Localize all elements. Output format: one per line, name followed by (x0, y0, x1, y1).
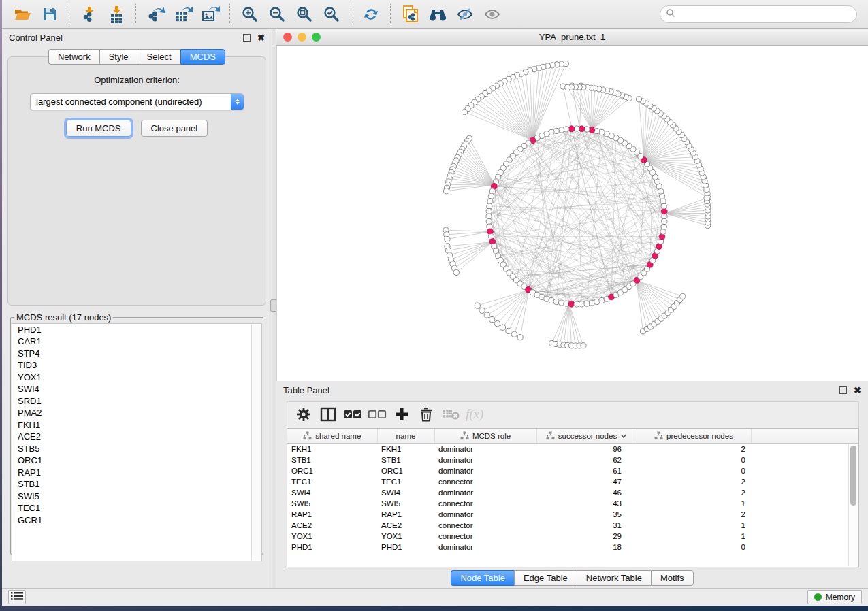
table-row[interactable]: FKH1FKH1dominator962 (287, 444, 858, 455)
table-vertical-scrollbar[interactable] (848, 444, 858, 566)
zoom-selected-button[interactable] (318, 3, 345, 26)
mcds-result-item[interactable]: FKH1 (12, 419, 261, 431)
tab-select[interactable]: Select (138, 49, 180, 65)
zoom-fit-button[interactable] (291, 3, 318, 26)
apply-layout-button[interactable] (357, 3, 385, 26)
column-header-name[interactable]: name (377, 429, 434, 444)
cell-predecessor-nodes[interactable]: 1 (637, 531, 751, 542)
mcds-result-item[interactable]: STB5 (12, 443, 261, 455)
optimization-criterion-select[interactable]: largest connected component (undirected) (30, 93, 244, 110)
show-hidden-button[interactable] (479, 3, 506, 26)
cell-predecessor-nodes[interactable]: 2 (637, 476, 751, 487)
control-panel-float-button[interactable] (243, 34, 251, 42)
cell-MCDS-role[interactable]: dominator (434, 444, 536, 455)
search-input[interactable] (679, 9, 851, 20)
cell-shared-name[interactable]: ORC1 (287, 465, 377, 476)
cell-name[interactable]: SWI5 (377, 498, 434, 509)
mcds-result-item[interactable]: ORC1 (12, 455, 261, 467)
cell-predecessor-nodes[interactable]: 1 (637, 520, 751, 531)
column-header-predecessor-nodes[interactable]: predecessor nodes (637, 429, 751, 444)
open-file-button[interactable] (9, 3, 36, 26)
memory-button[interactable]: Memory (807, 590, 862, 604)
mcds-result-item[interactable]: PMA2 (12, 408, 261, 420)
mcds-result-item[interactable]: TEC1 (12, 503, 261, 515)
cell-shared-name[interactable]: FKH1 (287, 444, 377, 455)
cell-name[interactable]: ACE2 (377, 520, 434, 531)
cell-successor-nodes[interactable]: 18 (536, 542, 637, 552)
tab-network-table[interactable]: Network Table (577, 570, 651, 586)
cell-successor-nodes[interactable]: 31 (536, 520, 637, 531)
import-table-button[interactable] (103, 3, 130, 26)
export-network-button[interactable] (142, 3, 170, 26)
mcds-result-item[interactable]: YOX1 (12, 371, 261, 384)
network-graph[interactable] (277, 46, 867, 381)
task-history-button[interactable] (8, 590, 26, 604)
mcds-result-item[interactable]: STP4 (12, 348, 261, 360)
deselect-all-button[interactable] (366, 405, 388, 425)
cell-predecessor-nodes[interactable]: 0 (637, 542, 751, 552)
cell-name[interactable]: TEC1 (377, 476, 434, 487)
cell-successor-nodes[interactable]: 96 (536, 444, 637, 455)
cell-name[interactable]: FKH1 (377, 444, 434, 455)
mcds-result-item[interactable]: CAR1 (12, 336, 261, 348)
cell-predecessor-nodes[interactable]: 2 (637, 487, 751, 498)
window-minimize-button[interactable] (298, 33, 306, 42)
cell-successor-nodes[interactable]: 47 (536, 476, 637, 487)
table-row[interactable]: STB1STB1dominator620 (287, 455, 858, 465)
table-row[interactable]: ACE2ACE2connector311 (287, 520, 858, 531)
cell-shared-name[interactable]: ACE2 (287, 520, 377, 531)
column-header-successor-nodes[interactable]: successor nodes (536, 429, 637, 444)
cell-shared-name[interactable]: STB1 (287, 455, 377, 465)
add-column-button[interactable] (391, 405, 413, 425)
cell-MCDS-role[interactable]: dominator (434, 509, 536, 520)
table-row[interactable]: RAP1RAP1dominator352 (287, 509, 858, 520)
tab-style[interactable]: Style (99, 49, 138, 65)
mcds-result-item[interactable]: SRD1 (12, 395, 261, 408)
mcds-result-list[interactable]: PHD1CAR1STP4TID3YOX1SWI4SRD1PMA2FKH1ACE2… (12, 323, 262, 561)
mcds-result-item[interactable]: TID3 (12, 360, 261, 372)
cell-name[interactable]: YOX1 (377, 531, 434, 542)
cell-successor-nodes[interactable]: 62 (536, 455, 637, 465)
cell-shared-name[interactable]: SWI5 (287, 498, 377, 509)
window-close-button[interactable] (283, 33, 292, 42)
clone-network-button[interactable] (397, 3, 424, 26)
scrollbar-thumb[interactable] (850, 446, 856, 506)
mcds-result-item[interactable]: ACE2 (12, 431, 261, 444)
tab-mcds[interactable]: MCDS (180, 49, 225, 65)
cell-shared-name[interactable]: TEC1 (287, 476, 377, 487)
mcds-result-item[interactable]: PHD1 (12, 324, 261, 336)
table-row[interactable]: SWI4SWI4dominator462 (287, 487, 858, 498)
import-network-button[interactable] (76, 3, 103, 26)
cell-predecessor-nodes[interactable]: 1 (637, 498, 751, 509)
delete-column-button[interactable] (415, 405, 437, 425)
cell-name[interactable]: ORC1 (377, 465, 434, 476)
control-panel-close-button[interactable]: ✖ (257, 35, 265, 41)
hide-selected-button[interactable] (451, 3, 479, 26)
tab-motifs[interactable]: Motifs (651, 570, 694, 586)
cell-MCDS-role[interactable]: connector (434, 476, 536, 487)
cell-name[interactable]: RAP1 (377, 509, 434, 520)
cell-name[interactable]: STB1 (377, 455, 434, 465)
cell-MCDS-role[interactable]: dominator (434, 542, 536, 552)
mcds-result-item[interactable]: STB1 (12, 479, 261, 491)
cell-predecessor-nodes[interactable]: 2 (637, 509, 751, 520)
tab-network[interactable]: Network (48, 49, 99, 65)
mcds-list-scrollbar[interactable] (251, 325, 261, 560)
table-panel-close-button[interactable]: ✖ (854, 387, 861, 393)
column-header-shared-name[interactable]: shared name (287, 429, 377, 444)
table-row[interactable]: PHD1PHD1dominator180 (287, 542, 858, 552)
table-row[interactable]: ORC1ORC1dominator610 (287, 465, 858, 476)
mcds-result-item[interactable]: RAP1 (12, 467, 261, 479)
mcds-result-item[interactable]: SWI5 (12, 491, 261, 503)
table-row[interactable]: TEC1TEC1connector472 (287, 476, 858, 487)
table-panel-float-button[interactable] (839, 386, 847, 394)
cell-predecessor-nodes[interactable]: 0 (637, 455, 751, 465)
cell-successor-nodes[interactable]: 29 (536, 531, 637, 542)
search-box[interactable] (660, 5, 857, 23)
mcds-result-item[interactable]: SWI4 (12, 384, 261, 396)
split-columns-button[interactable] (317, 405, 339, 425)
find-binoculars-button[interactable] (424, 3, 451, 26)
cell-successor-nodes[interactable]: 35 (536, 509, 637, 520)
close-panel-button[interactable]: Close panel (141, 120, 208, 137)
mcds-result-item[interactable]: GCR1 (12, 514, 261, 527)
